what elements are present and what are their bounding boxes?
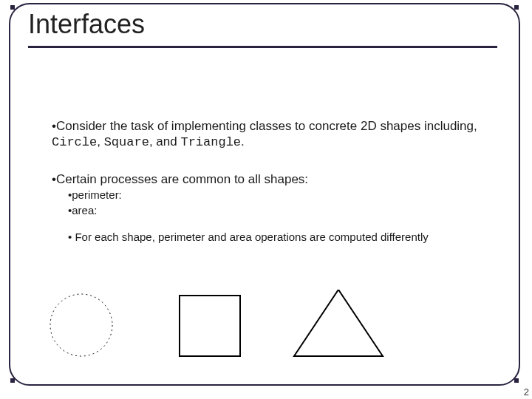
title-underline — [28, 46, 497, 48]
text: . — [241, 134, 245, 149]
text: , — [97, 134, 103, 149]
code-triangle: Triangle — [180, 135, 241, 149]
circle-icon — [50, 294, 112, 356]
bullet-glyph: • — [68, 231, 75, 243]
shapes-row — [0, 290, 532, 371]
text: area: — [72, 204, 97, 216]
bullet-perimeter: • perimeter: — [68, 188, 488, 202]
slide-title: Interfaces — [28, 9, 145, 40]
corner-decoration — [514, 378, 519, 383]
text: For each shape, perimeter and area opera… — [75, 231, 428, 243]
shapes-svg — [0, 290, 532, 371]
corner-decoration — [10, 378, 15, 383]
text: Consider the task of implementing classe… — [56, 119, 477, 133]
bullet-common: • Certain processes are common to all sh… — [52, 171, 488, 187]
slide-body: • Consider the task of implementing clas… — [52, 118, 488, 245]
triangle-icon — [294, 290, 383, 356]
page-number: 2 — [524, 386, 529, 398]
bullet-area: • area: — [68, 204, 488, 218]
square-icon — [180, 296, 240, 356]
text: Certain processes are common to all shap… — [56, 172, 308, 186]
text: , and — [149, 134, 181, 149]
text: perimeter: — [72, 188, 122, 201]
corner-decoration — [10, 5, 15, 10]
code-square: Square — [104, 135, 149, 149]
code-circle: Circle — [52, 135, 97, 149]
bullet-consider: • Consider the task of implementing clas… — [52, 118, 488, 151]
corner-decoration — [514, 5, 519, 10]
bullet-foreach: • For each shape, perimeter and area ope… — [68, 231, 488, 245]
